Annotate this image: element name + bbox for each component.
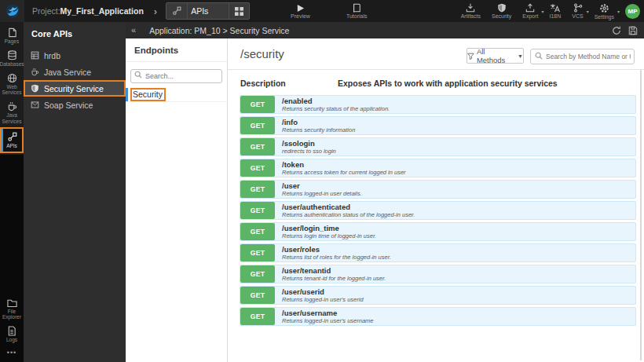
caret-down-icon: ▾ xyxy=(541,9,543,14)
search-icon xyxy=(134,71,142,79)
tutorials-button[interactable]: Tutorials xyxy=(345,0,369,22)
sidebar-item-databases[interactable]: Databases xyxy=(0,47,24,70)
method-search xyxy=(530,48,635,64)
collapse-panel-icon[interactable]: « xyxy=(126,25,141,36)
endpoint-row[interactable]: GET /token Returns access token for curr… xyxy=(240,159,636,177)
endpoint-row[interactable]: GET /info Returns security information xyxy=(240,116,636,135)
endpoint-row[interactable]: GET /user/login_time Returns login time … xyxy=(240,222,636,241)
rail-label: File Explorer xyxy=(0,309,24,321)
active-indicator xyxy=(126,88,128,101)
search-icon xyxy=(535,52,543,60)
preview-button[interactable]: Preview xyxy=(289,0,312,22)
sidebar-item-apis[interactable]: APIs xyxy=(0,127,24,153)
service-path-title: /security xyxy=(240,47,284,60)
endpoint-path: /user/authenticated xyxy=(282,203,415,211)
core-api-item-soap-service[interactable]: Soap Service xyxy=(24,97,126,113)
application-header-bar: « Application: PM_10 > Security Service xyxy=(126,22,644,38)
core-api-item-security-service[interactable]: Security Service xyxy=(24,80,126,97)
methods-filter-label: All Methods xyxy=(477,47,515,64)
more-options-icon[interactable]: ••• xyxy=(0,346,24,360)
tutorials-label: Tutorials xyxy=(346,13,368,19)
endpoint-row[interactable]: GET /user/username Returns logged-in use… xyxy=(240,307,636,326)
endpoint-row[interactable]: GET /user/roles Returns list of roles fo… xyxy=(240,243,636,262)
endpoint-row[interactable]: GET /ssologin redirects to sso login xyxy=(240,137,636,156)
coffee-cup-icon xyxy=(31,68,39,76)
apis-icon xyxy=(7,132,17,142)
artifacts-label: Artifacts xyxy=(461,13,481,19)
docs-header: /security All Methods ▼ xyxy=(228,38,644,70)
save-icon[interactable] xyxy=(628,26,638,35)
caret-down-icon: ▾ xyxy=(617,9,620,14)
book-icon xyxy=(352,3,361,13)
sidebar-item-logs[interactable]: Logs xyxy=(0,323,24,346)
core-api-label: Soap Service xyxy=(44,101,93,110)
sidebar-item-java-services[interactable]: Java Services xyxy=(0,98,24,127)
method-badge: GET xyxy=(240,181,275,198)
endpoint-texts: /token Returns access token for current … xyxy=(275,159,406,177)
methods-filter-dropdown[interactable]: All Methods ▼ xyxy=(467,48,524,64)
method-search-input[interactable] xyxy=(530,49,635,64)
caret-down-icon: ▼ xyxy=(518,53,523,59)
branch-icon xyxy=(573,3,583,13)
method-badge: GET xyxy=(240,223,275,240)
grid-icon[interactable] xyxy=(229,3,249,19)
endpoint-row[interactable]: GET /user Returns logged-in user details… xyxy=(240,180,636,199)
endpoint-row[interactable]: GET /user/userid Returns logged-in user'… xyxy=(240,286,636,305)
export-upload-icon xyxy=(525,3,535,13)
security-label: Security xyxy=(492,13,511,19)
endpoint-description: Returns logged-in user's username xyxy=(282,317,374,324)
method-badge: GET xyxy=(240,96,275,113)
active-indicator xyxy=(2,129,3,152)
api-tab-label: APIs xyxy=(187,3,229,19)
apis-workspace-tab[interactable]: APIs xyxy=(166,2,250,20)
settings-button[interactable]: ▾ Settings xyxy=(593,3,616,20)
method-badge: GET xyxy=(240,265,275,283)
funnel-icon xyxy=(467,53,474,60)
endpoint-description: redirects to sso login xyxy=(282,148,336,155)
user-avatar[interactable]: MP xyxy=(625,4,640,19)
method-badge: GET xyxy=(240,159,275,177)
endpoint-texts: /user/tenantid Returns tenant-id for the… xyxy=(275,265,386,283)
wavemaker-logo[interactable] xyxy=(0,0,24,22)
endpoint-group-security[interactable]: Security xyxy=(126,88,227,102)
core-api-item-hrdb[interactable]: hrdb xyxy=(24,47,126,64)
endpoint-group-label: Security xyxy=(130,88,166,101)
endpoint-path: /enabled xyxy=(282,97,390,105)
artifacts-button[interactable]: Artifacts xyxy=(459,3,482,19)
endpoint-description: Returns authentication status of the log… xyxy=(282,211,415,218)
endpoint-path: /user/roles xyxy=(282,245,391,254)
method-badge: GET xyxy=(240,308,275,325)
security-button[interactable]: Security xyxy=(490,3,513,19)
sidebar-item-web-services[interactable]: Web Services xyxy=(0,70,24,99)
endpoint-texts: /user/userid Returns logged-in user's us… xyxy=(275,287,364,304)
refresh-icon[interactable] xyxy=(612,26,621,35)
sidebar-item-pages[interactable]: Pages xyxy=(0,24,24,47)
export-button[interactable]: ▾ Export xyxy=(521,3,540,19)
endpoint-description: Returns access token for current logged … xyxy=(282,169,406,176)
endpoint-row[interactable]: GET /user/tenantid Returns tenant-id for… xyxy=(240,265,636,283)
project-name: My_First_Application xyxy=(60,6,144,16)
scrollbar[interactable] xyxy=(640,70,642,360)
topbar-actions: Artifacts Security ▾ Export I18N xyxy=(459,0,640,22)
rail-label: Databases xyxy=(0,61,24,68)
caret-down-icon: ▾ xyxy=(587,9,589,14)
i18n-icon xyxy=(550,3,560,13)
endpoint-path: /user/login_time xyxy=(282,224,376,232)
endpoint-path: /user xyxy=(282,181,362,190)
core-api-item-java-service[interactable]: Java Service xyxy=(24,64,126,80)
chevron-right-icon[interactable]: › xyxy=(154,5,157,17)
sidebar-item-file-explorer[interactable]: File Explorer xyxy=(0,295,24,324)
endpoints-search-input[interactable] xyxy=(130,69,222,83)
rail-label: APIs xyxy=(6,143,17,149)
i18n-button[interactable]: I18N xyxy=(548,3,563,19)
endpoints-title: Endpoints xyxy=(126,38,227,62)
vcs-button[interactable]: ▾ VCS xyxy=(570,3,584,19)
endpoint-path: /user/userid xyxy=(282,287,364,296)
method-badge: GET xyxy=(240,117,275,134)
endpoint-row[interactable]: GET /user/authenticated Returns authenti… xyxy=(240,201,636,220)
endpoint-list: GET /enabled Returns security status of … xyxy=(228,95,644,326)
endpoint-description: Returns logged-in user's userid xyxy=(282,296,364,303)
service-description-row: Description Exposes APIs to work with ap… xyxy=(228,70,644,95)
gear-icon xyxy=(599,3,609,13)
endpoint-row[interactable]: GET /enabled Returns security status of … xyxy=(240,95,636,114)
